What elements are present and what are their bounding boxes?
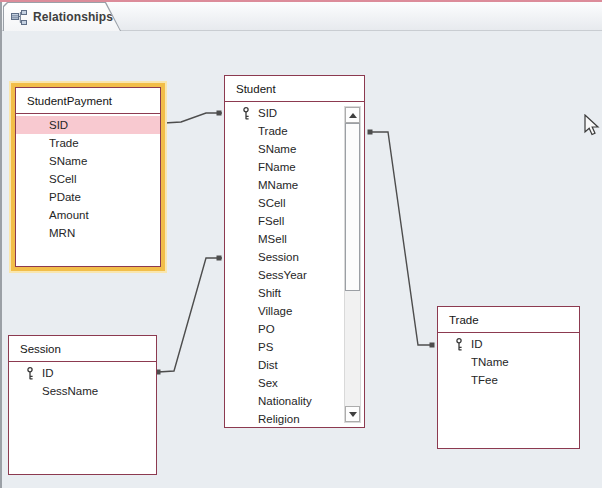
field-row-tname[interactable]: TName [438,353,579,371]
table-session[interactable]: Session IDSessName [8,335,157,475]
relationships-icon [11,10,27,25]
relationship-endpoint [368,130,373,135]
triangle-up-icon [349,113,357,118]
field-row-amount[interactable]: Amount [16,206,160,224]
tab-bar: Relationships [0,2,602,31]
field-name: PO [258,323,275,335]
field-list-scrollbar[interactable] [344,106,361,423]
field-row-id[interactable]: ID [9,364,156,382]
triangle-down-icon [349,412,357,417]
field-name: SessYear [258,269,307,281]
field-name: Shift [258,287,281,299]
primary-key-icon [455,338,471,351]
scrollbar-thumb[interactable] [345,123,360,291]
field-name: TName [471,356,509,368]
field-name: PS [258,341,273,353]
field-name: Session [258,251,299,263]
table-trade[interactable]: Trade IDTNameTFee [437,306,580,449]
table-title[interactable]: Student [225,76,364,102]
relationship-endpoint [430,343,435,348]
field-name: Amount [49,209,89,221]
relationships-canvas[interactable]: StudentPayment SIDTradeSNameSCellPDateAm… [0,31,602,488]
tab-relationships[interactable]: Relationships [3,2,121,31]
field-name: Religion [258,413,300,425]
table-student[interactable]: Student SIDTradeSNameFNameMNameSCellFSel… [224,75,365,428]
window-left-edge [0,2,2,488]
primary-key-icon [26,367,42,380]
field-name: Village [258,305,292,317]
relationship-line-studentpayment-student [164,113,222,123]
field-name: TFee [471,374,498,386]
field-name: FName [258,161,296,173]
field-row-sname[interactable]: SName [16,152,160,170]
table-title[interactable]: StudentPayment [16,88,160,114]
field-name: FSell [258,215,284,227]
field-name: Dist [258,359,278,371]
relationship-endpoint [162,121,167,126]
table-title[interactable]: Session [9,336,156,362]
field-list: SIDTradeSNameSCellPDateAmountMRN [16,114,160,242]
field-name: SID [49,119,68,131]
relationship-endpoint [217,256,222,261]
field-row-scell[interactable]: SCell [16,170,160,188]
mouse-cursor [581,114,601,138]
field-name: SName [258,143,296,155]
field-name: Sex [258,377,278,389]
field-row-sessname[interactable]: SessName [9,382,156,400]
field-name: ID [42,367,54,379]
field-name: ID [471,338,483,350]
field-row-tfee[interactable]: TFee [438,371,579,389]
field-name: PDate [49,191,81,203]
relationships-window: Relationships StudentPayment SIDTradeSNa… [0,0,602,488]
field-list: IDSessName [9,362,156,400]
field-name: Trade [258,125,288,137]
field-row-trade[interactable]: Trade [16,134,160,152]
field-name: SID [258,107,277,119]
scroll-up-button[interactable] [345,107,360,123]
field-name: SCell [49,173,76,185]
field-row-mrn[interactable]: MRN [16,224,160,242]
primary-key-icon [242,107,258,120]
field-name: SCell [258,197,285,209]
field-row-id[interactable]: ID [438,335,579,353]
field-name: MName [258,179,298,191]
field-name: Trade [49,137,79,149]
field-name: Nationality [258,395,312,407]
field-row-pdate[interactable]: PDate [16,188,160,206]
table-title[interactable]: Trade [438,307,579,333]
relationship-line-session-student [158,258,222,372]
field-name: MSell [258,233,287,245]
field-list: IDTNameTFee [438,333,579,389]
field-name: MRN [49,227,75,239]
scroll-down-button[interactable] [345,406,360,422]
table-studentpayment[interactable]: StudentPayment SIDTradeSNameSCellPDateAm… [15,87,161,267]
relationship-endpoint [217,111,222,116]
window-top-accent [0,0,602,2]
field-name: SName [49,155,87,167]
field-name: SessName [42,385,98,397]
field-row-sid[interactable]: SID [16,116,160,134]
relationship-line-student-trade [370,132,434,345]
tab-label: Relationships [33,10,113,24]
